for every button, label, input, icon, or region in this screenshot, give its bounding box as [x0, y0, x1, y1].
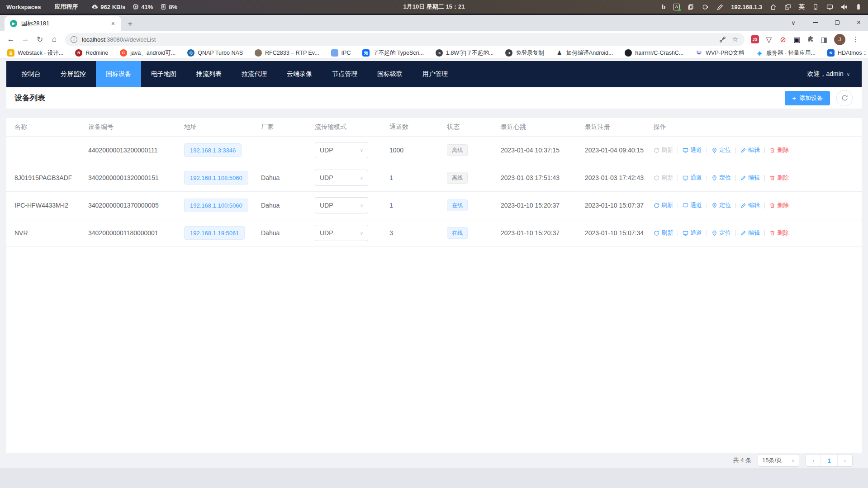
- channels-button[interactable]: 通道: [683, 229, 702, 237]
- delete-button[interactable]: 删除: [769, 201, 789, 209]
- back-button[interactable]: ←: [5, 33, 17, 46]
- refresh-device-button[interactable]: 刷新: [654, 229, 673, 237]
- edit-button[interactable]: 编辑: [740, 201, 760, 209]
- bookmark-item[interactable]: IPC: [331, 49, 351, 57]
- nav-item-gb-cascade[interactable]: 国标级联: [367, 61, 413, 87]
- locate-button[interactable]: 定位: [711, 201, 731, 209]
- browser-menu-icon[interactable]: ⋮: [851, 35, 862, 43]
- profile-avatar[interactable]: J: [834, 34, 845, 45]
- battery-tray-icon[interactable]: [855, 4, 862, 10]
- bookmark-item[interactable]: ➜1.8W字|了不起的...: [436, 49, 493, 57]
- cloud-download-icon: [91, 4, 98, 10]
- window-restore-button[interactable]: [835, 20, 840, 25]
- tab-close-icon[interactable]: ×: [109, 20, 117, 27]
- ip-address-indicator[interactable]: 192.168.1.3: [731, 4, 762, 10]
- refresh-list-button[interactable]: [836, 90, 853, 106]
- add-device-button[interactable]: +添加设备: [785, 91, 830, 105]
- address-tag: 192.168.1.100:5060: [184, 199, 248, 212]
- page-size-select[interactable]: 15条/页∨: [758, 454, 799, 467]
- home-button[interactable]: ⌂: [48, 33, 61, 46]
- refresh-device-button[interactable]: 刷新: [654, 174, 673, 182]
- volume-tray-icon[interactable]: [841, 4, 848, 10]
- forward-button[interactable]: →: [19, 33, 32, 46]
- bookmark-item[interactable]: ΨWVP-PRO文档: [695, 49, 744, 57]
- delete-button[interactable]: 删除: [769, 146, 789, 154]
- nav-item-node-manage[interactable]: 节点管理: [322, 61, 367, 87]
- cup-tray-icon[interactable]: [702, 4, 709, 10]
- locate-button[interactable]: 定位: [711, 229, 731, 237]
- clipboard-tray-icon[interactable]: [688, 4, 694, 10]
- tab-search-icon[interactable]: ∨: [791, 19, 796, 26]
- nav-item-pull-proxy[interactable]: 拉流代理: [232, 61, 277, 87]
- edit-button[interactable]: 编辑: [740, 174, 760, 182]
- applications-button[interactable]: 应用程序: [54, 3, 78, 11]
- window-close-button[interactable]: ×: [857, 19, 861, 27]
- share-icon[interactable]: [719, 36, 726, 43]
- side-panel-icon[interactable]: ◨: [820, 35, 828, 43]
- divider: [678, 203, 678, 208]
- nav-item-map[interactable]: 电子地图: [141, 61, 186, 87]
- workspaces-button[interactable]: Workspaces: [6, 4, 41, 10]
- address-tag: 192.168.1.108:5060: [184, 171, 248, 185]
- wine-glass-extension-icon[interactable]: ▽: [765, 35, 773, 43]
- locate-button[interactable]: 定位: [711, 174, 731, 182]
- prev-page-button[interactable]: ‹: [806, 455, 821, 466]
- bookmark-item[interactable]: hairrrrr/C-CrashC...: [625, 49, 683, 57]
- delete-button[interactable]: 删除: [769, 229, 789, 237]
- nav-item-cloud-record[interactable]: 云端录像: [277, 61, 322, 87]
- edit-button[interactable]: 编辑: [740, 146, 760, 154]
- bookmark-item[interactable]: NHDAtmos :: 种子 *...: [827, 49, 868, 57]
- pen-tray-icon[interactable]: [716, 4, 723, 10]
- channels-button[interactable]: 通道: [683, 146, 702, 154]
- bookmark-item[interactable]: ≣Webstack - 设计...: [7, 49, 63, 57]
- channels-button[interactable]: 通道: [683, 201, 702, 209]
- monitor-icon: [683, 175, 688, 181]
- nav-item-push-list[interactable]: 推流列表: [186, 61, 232, 87]
- site-info-icon[interactable]: i: [71, 36, 77, 43]
- bookmark-item[interactable]: RFC2833 – RTP Ev...: [255, 49, 319, 57]
- js-extension-icon[interactable]: JS: [751, 35, 759, 43]
- bookmarks-bar: ≣Webstack - 设计... RRedmine Cjava、android…: [0, 47, 868, 59]
- nav-item-user-manage[interactable]: 用户管理: [413, 61, 458, 87]
- reload-button[interactable]: ↻: [33, 33, 46, 46]
- stream-mode-select[interactable]: UDP∨: [315, 170, 368, 186]
- home-tray-icon[interactable]: [770, 4, 777, 10]
- stream-mode-select[interactable]: UDP∨: [315, 225, 368, 241]
- bookmark-item[interactable]: QQNAP Turbo NAS: [187, 49, 243, 57]
- bookmark-item[interactable]: ◈服务器 - 轻量应用...: [756, 49, 816, 57]
- extensions-puzzle-icon[interactable]: [807, 36, 814, 43]
- browser-tab[interactable]: ▶ 国标28181 ×: [5, 16, 121, 31]
- next-page-button[interactable]: ›: [838, 455, 852, 466]
- translate-tray-icon[interactable]: A: [673, 4, 680, 10]
- refresh-device-button[interactable]: 刷新: [654, 146, 673, 154]
- nav-item-console[interactable]: 控制台: [12, 61, 51, 87]
- workspace-switcher-icon[interactable]: [784, 4, 791, 10]
- screenshot-extension-icon[interactable]: ▣: [793, 35, 801, 43]
- bookmark-item[interactable]: Cjava、android可...: [120, 49, 175, 57]
- window-minimize-button[interactable]: [813, 22, 818, 23]
- locate-button[interactable]: 定位: [711, 146, 731, 154]
- user-menu[interactable]: 欢迎，admin∨: [807, 61, 862, 87]
- bing-tray-icon[interactable]: b: [662, 3, 665, 11]
- bookmark-item[interactable]: ➜免登录复制: [505, 49, 544, 57]
- stream-mode-select[interactable]: UDP∨: [315, 142, 368, 158]
- bookmark-item[interactable]: 知了不起的 TypeScri...: [362, 49, 424, 57]
- bookmark-star-icon[interactable]: ☆: [732, 35, 738, 43]
- stream-mode-select[interactable]: UDP∨: [315, 197, 368, 213]
- address-bar[interactable]: i localhost:38080/#/deviceList ☆: [65, 33, 745, 46]
- bookmark-item[interactable]: RRedmine: [75, 49, 108, 57]
- nav-item-gb-devices[interactable]: 国标设备: [96, 61, 141, 87]
- phone-tray-icon[interactable]: [812, 4, 819, 10]
- nav-item-split-screen[interactable]: 分屏监控: [51, 61, 96, 87]
- current-page[interactable]: 1: [821, 455, 837, 466]
- delete-button[interactable]: 删除: [769, 174, 789, 182]
- edit-button[interactable]: 编辑: [740, 229, 760, 237]
- new-tab-button[interactable]: +: [128, 19, 133, 29]
- blocker-extension-icon[interactable]: ⊘: [779, 35, 787, 43]
- refresh-device-button[interactable]: 刷新: [654, 201, 673, 209]
- bookmark-item[interactable]: ♟如何编译Android...: [556, 49, 613, 57]
- android-build-icon: ♟: [556, 49, 563, 57]
- channels-button[interactable]: 通道: [683, 174, 702, 182]
- input-language-indicator[interactable]: 英: [799, 3, 805, 11]
- display-tray-icon[interactable]: [826, 4, 833, 10]
